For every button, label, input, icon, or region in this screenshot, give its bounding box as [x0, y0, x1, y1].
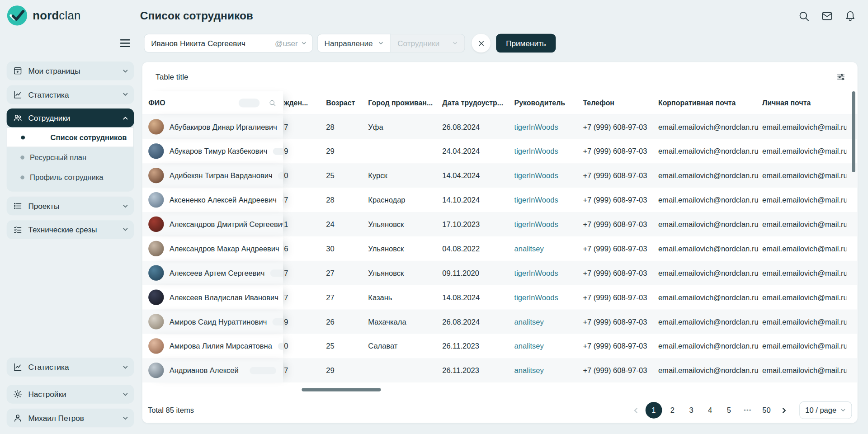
- table-row[interactable]: Алексеев Владислав Иванович727Казань14.0…: [142, 285, 858, 310]
- chevron-up-icon: [123, 115, 128, 121]
- employee-name-cell: Александров Макар Андреевич: [142, 236, 283, 261]
- manager-link[interactable]: analitsey: [514, 342, 544, 350]
- mail-icon[interactable]: [821, 10, 833, 22]
- sidebar-item-label: Мои страницы: [28, 66, 117, 75]
- table-row[interactable]: Амирова Лилия Мирсаятовна025Салават26.11…: [142, 334, 858, 358]
- sidebar-subitem[interactable]: Профиль сотрудника: [7, 167, 134, 187]
- manager-link[interactable]: tigerInWoods: [514, 293, 558, 301]
- hired-date-cell: 26.11.2023: [441, 358, 513, 382]
- employee-name: Александров Дмитрий Сергеевич: [170, 220, 283, 228]
- city-cell: Казань: [367, 285, 441, 310]
- sidebar-item[interactable]: Михаил Петров: [7, 409, 134, 428]
- pagination-page-1[interactable]: 1: [645, 402, 662, 419]
- brand-logo[interactable]: nordclan: [7, 5, 81, 26]
- pagination: 12345•••50 10 / page: [629, 401, 852, 419]
- manager-link[interactable]: tigerInWoods: [514, 196, 558, 204]
- sidebar-item[interactable]: Проекты: [7, 197, 134, 216]
- sidebar-item[interactable]: Статистика: [7, 358, 134, 377]
- column-header-corp-email: Корпоративная почта: [657, 91, 761, 114]
- sidebar-toggle-button[interactable]: [120, 39, 130, 47]
- age-cell: 30: [325, 236, 367, 261]
- table-row[interactable]: Абукаров Тимур Казбекович92924.04.2024ti…: [142, 139, 858, 163]
- table-row[interactable]: Александров Макар Андреевич630Ульяновск0…: [142, 236, 858, 261]
- table-row[interactable]: Амиров Саид Нураттинович926Махачкала26.0…: [142, 309, 858, 334]
- table-row[interactable]: Алексеев Артем Сергеевич727Ульяновск09.1…: [142, 261, 858, 285]
- hired-date-cell: 24.04.2024: [441, 139, 513, 163]
- page-size-select[interactable]: 10 / page: [799, 401, 852, 419]
- manager-link[interactable]: analitsey: [514, 317, 544, 326]
- column-search-icon[interactable]: [269, 99, 276, 107]
- sidebar-subitem[interactable]: Ресурсный план: [7, 147, 134, 167]
- table-settings-icon[interactable]: [836, 72, 846, 82]
- manager-link[interactable]: tigerInWoods: [514, 123, 558, 131]
- table-row[interactable]: Андрианов Алексей72926.11.2023analitsey+…: [142, 358, 858, 382]
- chevron-down-icon: [301, 40, 307, 46]
- user-type-select[interactable]: @user: [275, 39, 307, 48]
- age-cell: 26: [325, 309, 367, 334]
- sidebar-subitem[interactable]: Список сотрудников: [7, 127, 134, 147]
- user-search-input[interactable]: Иванов Никита Сергеевич @user: [144, 34, 312, 53]
- bullet-icon: [21, 135, 25, 139]
- corp-email-cell: email.emailovich@nordclan.ru: [657, 285, 761, 310]
- manager-link[interactable]: analitsey: [514, 366, 544, 374]
- pagination-ellipsis[interactable]: •••: [740, 402, 756, 419]
- sidebar-item-label: Настройки: [28, 390, 117, 399]
- sidebar-bottom-nav: СтатистикаНастройкиМихаил Петров: [7, 358, 134, 434]
- manager-cell: tigerInWoods: [513, 188, 582, 212]
- employee-name-cell: Абубакиров Динар Иргалиевич: [142, 114, 283, 139]
- sidebar-item[interactable]: Статистика: [7, 85, 134, 104]
- chevron-down-icon: [123, 203, 128, 209]
- sidebar-item[interactable]: Мои страницы: [7, 61, 134, 80]
- avatar: [148, 119, 164, 134]
- horizontal-scrollbar[interactable]: [302, 388, 381, 391]
- pagination-page-4[interactable]: 4: [702, 402, 718, 419]
- chevron-down-icon: [123, 415, 128, 421]
- pagination-page-3[interactable]: 3: [683, 402, 700, 419]
- pagination-next[interactable]: [777, 402, 792, 419]
- pagination-prev[interactable]: [629, 402, 643, 419]
- vertical-scrollbar[interactable]: [852, 91, 855, 172]
- header-skeleton-pill: [239, 98, 260, 107]
- table-row[interactable]: Адибекян Тигран Варданович025Курск14.04.…: [142, 163, 858, 188]
- manager-cell: analitsey: [513, 309, 582, 334]
- table-row[interactable]: Аксененко Алексей Андреевич728Краснодар1…: [142, 188, 858, 212]
- personal-email-cell: email.emailovich@mail.ru: [761, 114, 847, 139]
- manager-link[interactable]: analitsey: [514, 245, 544, 253]
- pagination-page-2[interactable]: 2: [664, 402, 681, 419]
- table-row[interactable]: Абубакиров Динар Иргалиевич728Уфа26.08.2…: [142, 114, 858, 139]
- sidebar-item-employees[interactable]: Сотрудники: [7, 108, 134, 127]
- search-icon[interactable]: [797, 10, 810, 22]
- apply-button[interactable]: Применить: [496, 34, 556, 53]
- manager-link[interactable]: tigerInWoods: [514, 220, 558, 228]
- phone-cell: +7 (999) 608-97-03: [582, 212, 657, 236]
- sidebar-item-label: Статистика: [28, 363, 117, 372]
- personal-email-cell: email.emailovich@mail.ru: [761, 163, 847, 188]
- column-header-hired: Дата трудоустр...: [441, 91, 513, 114]
- pagination-page-50[interactable]: 50: [758, 402, 775, 419]
- sidebar-item[interactable]: Настройки: [7, 385, 134, 404]
- employee-name: Амирова Лилия Мирсаятовна: [170, 342, 272, 350]
- clear-filters-button[interactable]: [472, 34, 491, 53]
- chevron-down-icon: [123, 226, 128, 232]
- corp-email-cell: email.emailovich@nordclan.ru: [657, 163, 761, 188]
- manager-cell: tigerInWoods: [513, 163, 582, 188]
- manager-cell: tigerInWoods: [513, 212, 582, 236]
- table-row[interactable]: Александров Дмитрий Сергеевич124Ульяновс…: [142, 212, 858, 236]
- birth-date-clipped-cell: 7: [283, 188, 325, 212]
- sidebar-item[interactable]: Технические срезы: [7, 220, 134, 239]
- skeleton-pill: [250, 367, 276, 374]
- direction-select[interactable]: Направление: [317, 34, 391, 53]
- manager-link[interactable]: tigerInWoods: [514, 171, 558, 179]
- manager-link[interactable]: tigerInWoods: [514, 269, 558, 277]
- personal-email-cell: email.emailovich@mail.ru: [761, 261, 847, 285]
- avatar: [148, 314, 164, 329]
- age-cell: 27: [325, 261, 367, 285]
- pagination-page-5[interactable]: 5: [721, 402, 737, 419]
- age-cell: 27: [325, 285, 367, 310]
- bell-icon[interactable]: [844, 10, 856, 22]
- sidebar-item-label: Статистика: [28, 90, 117, 99]
- corp-email-cell: email.emailovich@nordclan.ru: [657, 309, 761, 334]
- manager-link[interactable]: tigerInWoods: [514, 147, 558, 155]
- personal-email-cell: email.emailovich@mail.ru: [761, 285, 847, 310]
- age-cell: 24: [325, 212, 367, 236]
